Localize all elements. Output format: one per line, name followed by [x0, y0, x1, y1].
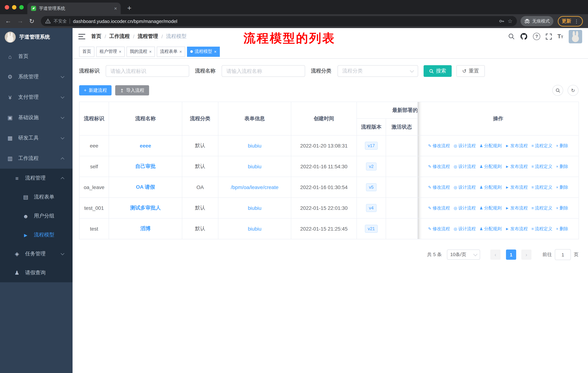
delete-link[interactable]: ×删除: [556, 226, 568, 232]
process-definition-link[interactable]: ≡流程定义: [532, 163, 552, 170]
process-name-link[interactable]: 自己审批: [135, 163, 156, 169]
sidebar-item-user-group[interactable]: ☻ 用户分组: [0, 207, 73, 225]
sidebar-item-process-management[interactable]: ≡ 流程管理: [0, 169, 73, 188]
publish-process-link[interactable]: ►发布流程: [505, 143, 528, 149]
sidebar-item-home[interactable]: ⌂ 首页: [0, 46, 73, 67]
design-process-link[interactable]: ◎设计流程: [454, 205, 476, 211]
sidebar-item-devtools[interactable]: ▦ 研发工具: [0, 128, 73, 148]
prev-page-button[interactable]: ‹: [490, 250, 501, 260]
hide-search-button[interactable]: [552, 85, 563, 96]
sidebar-item-process-form[interactable]: ▤ 流程表单: [0, 188, 73, 207]
edit-process-link[interactable]: ✎修改流程: [428, 205, 450, 211]
delete-link[interactable]: ×删除: [556, 163, 568, 170]
fullscreen-icon[interactable]: [546, 33, 552, 40]
collapse-sidebar-button[interactable]: [78, 34, 85, 39]
sidebar-item-process-model[interactable]: ► 流程模型: [0, 225, 73, 244]
edit-process-link[interactable]: ✎修改流程: [428, 163, 450, 170]
page-number-button[interactable]: 1: [506, 250, 516, 260]
avatar[interactable]: [569, 30, 582, 43]
next-page-button[interactable]: ›: [521, 250, 532, 260]
form-link[interactable]: biubiu: [248, 143, 262, 149]
browser-tab[interactable]: 芋道管理系统 ×: [27, 2, 121, 14]
new-tab-button[interactable]: +: [127, 4, 131, 12]
design-process-link[interactable]: ◎设计流程: [454, 163, 476, 170]
refresh-button[interactable]: ↻: [567, 85, 578, 96]
assign-rule-link[interactable]: ♟分配规则: [479, 226, 502, 232]
sidebar-item-workflow[interactable]: ▥ 工作流程: [0, 148, 73, 169]
sidebar-item-payment[interactable]: ¥ 支付管理: [0, 87, 73, 107]
assign-rule-link[interactable]: ♟分配规则: [479, 205, 502, 211]
back-button[interactable]: ←: [5, 18, 11, 25]
process-name-link[interactable]: eeee: [140, 143, 151, 149]
key-icon[interactable]: [499, 18, 505, 24]
page-size-select[interactable]: 10条/页: [447, 250, 480, 260]
publish-process-link[interactable]: ►发布流程: [505, 226, 528, 232]
zoom-window-button[interactable]: [19, 5, 24, 10]
sidebar-item-system[interactable]: ⚙ 系统管理: [0, 67, 73, 87]
publish-process-link[interactable]: ►发布流程: [505, 205, 528, 211]
sidebar-item-leave-query[interactable]: ♟ 请假查询: [0, 263, 73, 282]
close-window-button[interactable]: [5, 5, 9, 10]
delete-link[interactable]: ×删除: [556, 143, 568, 149]
tag-tenant-management[interactable]: 租户管理×: [96, 46, 125, 57]
process-definition-link[interactable]: ≡流程定义: [532, 226, 552, 232]
search-button[interactable]: 搜索: [424, 65, 452, 77]
search-icon[interactable]: [508, 33, 515, 40]
edit-process-link[interactable]: ✎修改流程: [428, 226, 450, 232]
breadcrumb-item-workflow[interactable]: 工作流程: [109, 33, 130, 40]
edit-process-link[interactable]: ✎修改流程: [428, 143, 450, 149]
tab-close-icon[interactable]: ×: [114, 5, 117, 11]
form-link[interactable]: biubiu: [248, 205, 262, 211]
tag-home[interactable]: 首页: [79, 46, 94, 57]
delete-link[interactable]: ×删除: [556, 184, 568, 190]
design-process-link[interactable]: ◎设计流程: [454, 184, 476, 190]
form-link[interactable]: biubiu: [248, 226, 262, 232]
security-label[interactable]: 不安全: [54, 18, 67, 24]
font-size-icon[interactable]: TT: [557, 33, 563, 40]
page-jump-input[interactable]: [555, 249, 571, 260]
process-id-input[interactable]: [106, 65, 189, 77]
assign-rule-link[interactable]: ♟分配规则: [479, 184, 502, 190]
browser-menu-icon[interactable]: ⋮: [574, 18, 579, 24]
process-definition-link[interactable]: ≡流程定义: [532, 143, 552, 149]
tag-my-process[interactable]: 我的流程×: [126, 46, 155, 57]
reset-button[interactable]: ↺ 重置: [456, 65, 485, 77]
url-text[interactable]: dashboard.yudao.iocoder.cn/bpm/manager/m…: [73, 18, 496, 24]
edit-process-link[interactable]: ✎修改流程: [428, 184, 450, 190]
process-name-link[interactable]: 测试多审批人: [130, 205, 161, 211]
assign-rule-link[interactable]: ♟分配规则: [479, 163, 502, 170]
process-name-link[interactable]: 滔博: [140, 225, 151, 231]
sidebar-item-infrastructure[interactable]: ▣ 基础设施: [0, 107, 73, 128]
breadcrumb-item-process-management[interactable]: 流程管理: [138, 33, 158, 40]
minimize-window-button[interactable]: [12, 5, 16, 10]
tag-close-icon[interactable]: ×: [214, 49, 217, 54]
publish-process-link[interactable]: ►发布流程: [505, 163, 528, 170]
category-select[interactable]: 流程分类: [337, 65, 418, 77]
bookmark-star-icon[interactable]: ☆: [508, 18, 513, 24]
create-process-button[interactable]: + 新建流程: [79, 85, 112, 95]
process-definition-link[interactable]: ≡流程定义: [532, 205, 552, 211]
process-name-link[interactable]: OA 请假: [136, 184, 155, 190]
help-icon[interactable]: ?: [533, 33, 540, 40]
design-process-link[interactable]: ◎设计流程: [454, 226, 476, 232]
delete-link[interactable]: ×删除: [556, 205, 568, 211]
forward-button[interactable]: →: [17, 18, 23, 25]
design-process-link[interactable]: ◎设计流程: [454, 143, 476, 149]
process-name-input[interactable]: [222, 65, 305, 77]
process-definition-link[interactable]: ≡流程定义: [532, 184, 552, 190]
form-link[interactable]: /bpm/oa/leave/create: [231, 184, 279, 190]
tag-close-icon[interactable]: ×: [179, 49, 182, 54]
github-icon[interactable]: [520, 33, 527, 40]
sidebar-item-task-management[interactable]: ◈ 任务管理: [0, 244, 73, 263]
publish-process-link[interactable]: ►发布流程: [505, 184, 528, 190]
breadcrumb-item-home[interactable]: 首页: [91, 33, 101, 40]
tag-process-model[interactable]: 流程模型×: [187, 46, 220, 57]
tag-process-form[interactable]: 流程表单×: [157, 46, 185, 57]
address-bar[interactable]: 不安全 dashboard.yudao.iocoder.cn/bpm/manag…: [41, 16, 517, 26]
tag-close-icon[interactable]: ×: [149, 49, 152, 54]
form-link[interactable]: biubiu: [248, 163, 262, 169]
reload-button[interactable]: ↻: [29, 17, 34, 25]
update-button[interactable]: 更新 ⋮: [558, 16, 583, 26]
tag-close-icon[interactable]: ×: [119, 49, 121, 54]
import-process-button[interactable]: ↥ 导入流程: [115, 85, 149, 95]
